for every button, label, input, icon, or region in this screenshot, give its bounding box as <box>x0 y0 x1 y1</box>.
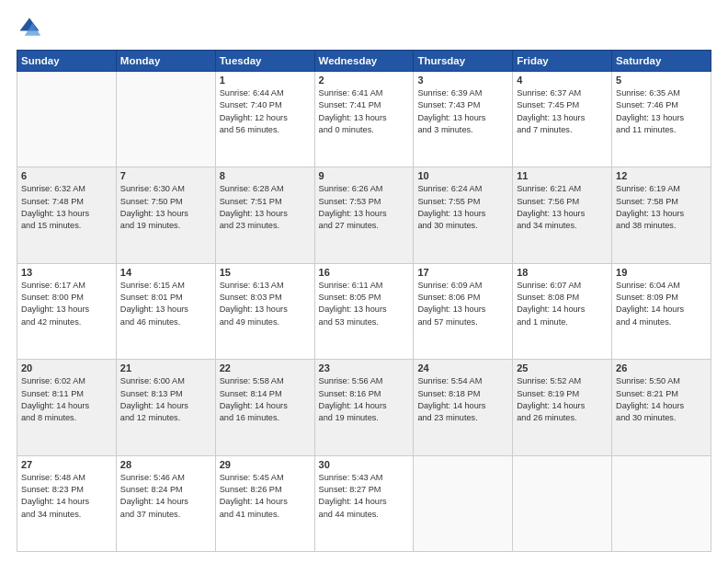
day-cell: 1Sunrise: 6:44 AM Sunset: 7:40 PM Daylig… <box>215 72 314 167</box>
day-info: Sunrise: 6:37 AM Sunset: 7:45 PM Dayligh… <box>517 87 608 136</box>
week-row-4: 20Sunrise: 6:02 AM Sunset: 8:11 PM Dayli… <box>17 360 711 455</box>
day-cell: 6Sunrise: 6:32 AM Sunset: 7:48 PM Daylig… <box>17 167 117 263</box>
day-info: Sunrise: 6:39 AM Sunset: 7:43 PM Dayligh… <box>417 87 508 136</box>
header-cell-sunday: Sunday <box>17 51 117 72</box>
day-number: 19 <box>616 267 707 278</box>
day-info: Sunrise: 6:24 AM Sunset: 7:55 PM Dayligh… <box>417 183 508 232</box>
day-info: Sunrise: 5:58 AM Sunset: 8:14 PM Dayligh… <box>220 375 311 424</box>
header-cell-thursday: Thursday <box>414 51 513 72</box>
day-cell: 24Sunrise: 5:54 AM Sunset: 8:18 PM Dayli… <box>414 360 513 455</box>
day-cell: 8Sunrise: 6:28 AM Sunset: 7:51 PM Daylig… <box>215 167 314 263</box>
day-cell: 3Sunrise: 6:39 AM Sunset: 7:43 PM Daylig… <box>414 72 513 167</box>
day-cell: 16Sunrise: 6:11 AM Sunset: 8:05 PM Dayli… <box>314 263 414 359</box>
day-number: 7 <box>120 170 211 181</box>
day-info: Sunrise: 6:09 AM Sunset: 8:06 PM Dayligh… <box>417 280 508 328</box>
day-cell: 29Sunrise: 5:45 AM Sunset: 8:26 PM Dayli… <box>215 455 314 551</box>
day-cell: 21Sunrise: 6:00 AM Sunset: 8:13 PM Dayli… <box>116 360 215 455</box>
day-number: 1 <box>220 75 311 86</box>
day-cell: 14Sunrise: 6:15 AM Sunset: 8:01 PM Dayli… <box>116 263 215 359</box>
day-number: 25 <box>517 362 608 373</box>
day-cell: 10Sunrise: 6:24 AM Sunset: 7:55 PM Dayli… <box>414 167 513 263</box>
day-number: 15 <box>220 267 311 278</box>
day-number: 26 <box>616 362 707 373</box>
week-row-3: 13Sunrise: 6:17 AM Sunset: 8:00 PM Dayli… <box>17 263 711 359</box>
header-row: SundayMondayTuesdayWednesdayThursdayFrid… <box>17 51 711 72</box>
day-number: 4 <box>517 75 608 86</box>
day-number: 14 <box>120 267 211 278</box>
week-row-1: 1Sunrise: 6:44 AM Sunset: 7:40 PM Daylig… <box>17 72 711 167</box>
day-info: Sunrise: 6:41 AM Sunset: 7:41 PM Dayligh… <box>319 87 410 136</box>
day-number: 20 <box>21 362 112 373</box>
day-info: Sunrise: 6:11 AM Sunset: 8:05 PM Dayligh… <box>319 280 410 328</box>
day-info: Sunrise: 5:45 AM Sunset: 8:26 PM Dayligh… <box>220 472 311 521</box>
day-number: 12 <box>616 170 707 181</box>
header-cell-tuesday: Tuesday <box>215 51 314 72</box>
day-cell <box>513 455 612 551</box>
day-info: Sunrise: 6:21 AM Sunset: 7:56 PM Dayligh… <box>517 183 608 232</box>
day-number: 5 <box>616 75 707 86</box>
day-number: 11 <box>517 170 608 181</box>
day-number: 16 <box>319 267 410 278</box>
header-cell-wednesday: Wednesday <box>314 51 414 72</box>
day-info: Sunrise: 6:00 AM Sunset: 8:13 PM Dayligh… <box>120 375 211 424</box>
day-cell <box>612 455 711 551</box>
day-number: 22 <box>220 362 311 373</box>
day-info: Sunrise: 6:30 AM Sunset: 7:50 PM Dayligh… <box>120 183 211 232</box>
day-cell: 26Sunrise: 5:50 AM Sunset: 8:21 PM Dayli… <box>612 360 711 455</box>
day-number: 29 <box>220 459 311 470</box>
day-number: 13 <box>21 267 112 278</box>
header <box>17 15 711 40</box>
day-cell: 19Sunrise: 6:04 AM Sunset: 8:09 PM Dayli… <box>612 263 711 359</box>
day-cell: 20Sunrise: 6:02 AM Sunset: 8:11 PM Dayli… <box>17 360 117 455</box>
day-number: 9 <box>319 170 410 181</box>
day-cell: 22Sunrise: 5:58 AM Sunset: 8:14 PM Dayli… <box>215 360 314 455</box>
day-cell: 4Sunrise: 6:37 AM Sunset: 7:45 PM Daylig… <box>513 72 612 167</box>
day-cell: 27Sunrise: 5:48 AM Sunset: 8:23 PM Dayli… <box>17 455 117 551</box>
day-number: 18 <box>517 267 608 278</box>
day-info: Sunrise: 6:02 AM Sunset: 8:11 PM Dayligh… <box>21 375 112 424</box>
day-number: 3 <box>417 75 508 86</box>
header-cell-monday: Monday <box>116 51 215 72</box>
logo-icon <box>17 15 42 40</box>
day-cell: 11Sunrise: 6:21 AM Sunset: 7:56 PM Dayli… <box>513 167 612 263</box>
day-number: 24 <box>417 362 508 373</box>
day-info: Sunrise: 5:54 AM Sunset: 8:18 PM Dayligh… <box>417 375 508 424</box>
day-number: 23 <box>319 362 410 373</box>
day-info: Sunrise: 6:19 AM Sunset: 7:58 PM Dayligh… <box>616 183 707 232</box>
day-cell: 18Sunrise: 6:07 AM Sunset: 8:08 PM Dayli… <box>513 263 612 359</box>
day-cell: 12Sunrise: 6:19 AM Sunset: 7:58 PM Dayli… <box>612 167 711 263</box>
day-info: Sunrise: 6:44 AM Sunset: 7:40 PM Dayligh… <box>220 87 311 136</box>
day-info: Sunrise: 6:28 AM Sunset: 7:51 PM Dayligh… <box>220 183 311 232</box>
day-info: Sunrise: 6:32 AM Sunset: 7:48 PM Dayligh… <box>21 183 112 232</box>
day-info: Sunrise: 5:48 AM Sunset: 8:23 PM Dayligh… <box>21 472 112 521</box>
calendar-table: SundayMondayTuesdayWednesdayThursdayFrid… <box>17 50 711 552</box>
calendar-body: 1Sunrise: 6:44 AM Sunset: 7:40 PM Daylig… <box>17 72 711 552</box>
day-cell: 13Sunrise: 6:17 AM Sunset: 8:00 PM Dayli… <box>17 263 117 359</box>
header-cell-saturday: Saturday <box>612 51 711 72</box>
day-cell <box>116 72 215 167</box>
day-info: Sunrise: 6:15 AM Sunset: 8:01 PM Dayligh… <box>120 280 211 328</box>
logo <box>17 15 46 40</box>
day-number: 8 <box>220 170 311 181</box>
day-cell: 2Sunrise: 6:41 AM Sunset: 7:41 PM Daylig… <box>314 72 414 167</box>
day-cell: 17Sunrise: 6:09 AM Sunset: 8:06 PM Dayli… <box>414 263 513 359</box>
day-info: Sunrise: 6:04 AM Sunset: 8:09 PM Dayligh… <box>616 280 707 328</box>
day-cell: 15Sunrise: 6:13 AM Sunset: 8:03 PM Dayli… <box>215 263 314 359</box>
day-info: Sunrise: 5:46 AM Sunset: 8:24 PM Dayligh… <box>120 472 211 521</box>
day-info: Sunrise: 6:13 AM Sunset: 8:03 PM Dayligh… <box>220 280 311 328</box>
week-row-2: 6Sunrise: 6:32 AM Sunset: 7:48 PM Daylig… <box>17 167 711 263</box>
day-info: Sunrise: 6:07 AM Sunset: 8:08 PM Dayligh… <box>517 280 608 328</box>
day-info: Sunrise: 6:17 AM Sunset: 8:00 PM Dayligh… <box>21 280 112 328</box>
day-number: 2 <box>319 75 410 86</box>
day-number: 28 <box>120 459 211 470</box>
day-number: 10 <box>417 170 508 181</box>
week-row-5: 27Sunrise: 5:48 AM Sunset: 8:23 PM Dayli… <box>17 455 711 551</box>
day-cell: 30Sunrise: 5:43 AM Sunset: 8:27 PM Dayli… <box>314 455 414 551</box>
day-number: 17 <box>417 267 508 278</box>
day-number: 21 <box>120 362 211 373</box>
day-number: 27 <box>21 459 112 470</box>
header-cell-friday: Friday <box>513 51 612 72</box>
day-cell <box>17 72 117 167</box>
day-cell: 5Sunrise: 6:35 AM Sunset: 7:46 PM Daylig… <box>612 72 711 167</box>
day-number: 30 <box>319 459 410 470</box>
